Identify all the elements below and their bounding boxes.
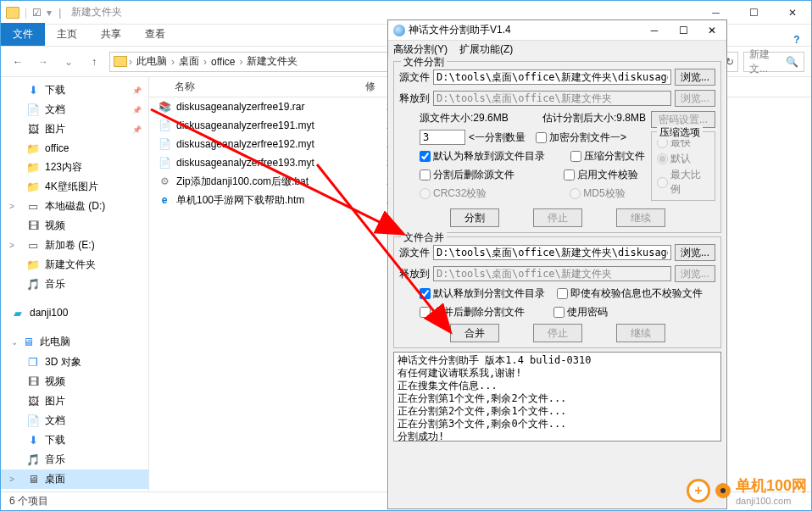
sidebar-item[interactable]: 📁123内容 bbox=[1, 158, 148, 177]
dialog-title: 神话文件分割助手V1.4 bbox=[409, 23, 511, 37]
sidebar-item[interactable]: 🎞视频 bbox=[1, 372, 148, 392]
sidebar-item[interactable]: >🖥桌面 bbox=[1, 469, 148, 489]
watermark: + 单机100网 danji100.com bbox=[687, 475, 807, 506]
expand-icon[interactable]: ⌄ bbox=[11, 337, 18, 347]
sidebar-item[interactable]: ❐3D 对象 bbox=[1, 353, 148, 372]
sidebar[interactable]: ⬇下载📄文档🖼图片📁office📁123内容📁4K壁纸图片>▭本地磁盘 (D:)… bbox=[1, 77, 149, 492]
no-verify-checkbox[interactable] bbox=[557, 288, 568, 299]
merge-default-release-checkbox[interactable] bbox=[420, 288, 431, 299]
help-icon[interactable]: ? bbox=[789, 34, 811, 46]
enable-verify-checkbox[interactable] bbox=[564, 169, 575, 181]
use-password-checkbox[interactable] bbox=[553, 307, 565, 318]
encrypt-checkbox[interactable] bbox=[536, 132, 547, 143]
browse-button[interactable]: 浏览... bbox=[675, 244, 715, 261]
sidebar-item[interactable]: 📄文档 bbox=[1, 100, 148, 119]
item-icon: 🖥 bbox=[26, 473, 40, 486]
expand-icon[interactable]: > bbox=[9, 202, 14, 211]
crumb[interactable]: 桌面 bbox=[176, 54, 202, 69]
log-output: 神话文件分割助手 版本1.4 bulid-0310 有任何建议请联系我,谢谢! … bbox=[393, 352, 721, 442]
sidebar-item[interactable]: ⬇下载 bbox=[1, 430, 148, 450]
maximize-button[interactable]: ☐ bbox=[669, 20, 698, 41]
nav-recent-icon[interactable]: ⌄ bbox=[58, 52, 79, 72]
item-icon: 📁 bbox=[26, 161, 40, 175]
minimize-button[interactable]: ─ bbox=[640, 20, 669, 41]
count-suffix: <一分割数量 bbox=[469, 131, 526, 145]
close-button[interactable]: ✕ bbox=[773, 1, 811, 25]
tab-view[interactable]: 查看 bbox=[133, 23, 177, 46]
crumb[interactable]: 此电脑 bbox=[134, 54, 170, 69]
sidebar-item[interactable]: 🖼图片 bbox=[1, 119, 148, 139]
tab-share[interactable]: 共享 bbox=[89, 23, 133, 46]
col-name[interactable]: 名称 bbox=[149, 80, 365, 94]
merge-button[interactable]: 合并 bbox=[450, 324, 499, 342]
split-count-input[interactable] bbox=[420, 130, 465, 145]
qat-checkbox-icon[interactable]: ☑ bbox=[32, 7, 42, 19]
search-placeholder: 新建文... bbox=[749, 47, 782, 76]
item-icon: ⬇ bbox=[26, 84, 40, 97]
expand-icon[interactable]: > bbox=[9, 241, 14, 250]
crumb[interactable]: office bbox=[209, 56, 237, 68]
sidebar-item[interactable]: 🖼图片 bbox=[1, 392, 148, 411]
item-icon: 🎵 bbox=[26, 278, 40, 292]
sidebar-item[interactable]: 📁4K壁纸图片 bbox=[1, 177, 148, 197]
delete-after-checkbox[interactable] bbox=[420, 169, 431, 181]
sidebar-item[interactable]: 🎞视频 bbox=[1, 216, 148, 236]
sidebar-item[interactable]: 🎵音乐 bbox=[1, 450, 148, 469]
src-label: 源文件 bbox=[399, 246, 430, 260]
watermark-plus-icon: + bbox=[687, 479, 710, 503]
menu-extended[interactable]: 扩展功能(Z) bbox=[459, 42, 513, 57]
item-icon: ❐ bbox=[26, 356, 40, 369]
tab-file[interactable]: 文件 bbox=[1, 23, 45, 46]
sidebar-item[interactable]: >▭本地磁盘 (D:) bbox=[1, 197, 148, 216]
merge-delete-checkbox[interactable] bbox=[420, 307, 431, 318]
expand-icon[interactable]: > bbox=[9, 475, 14, 484]
src-size-label: 源文件大小:29.6MB bbox=[420, 111, 509, 125]
md5-radio bbox=[570, 188, 581, 199]
compress-checkbox[interactable] bbox=[570, 151, 581, 162]
crumb[interactable]: 新建文件夹 bbox=[244, 54, 300, 69]
nav-up-icon[interactable]: ↑ bbox=[84, 52, 104, 72]
browse-button[interactable]: 浏览... bbox=[675, 69, 715, 86]
tab-home[interactable]: 主页 bbox=[45, 23, 89, 46]
qat-dropdown-icon[interactable]: ▾ bbox=[43, 7, 52, 19]
folder-icon bbox=[114, 56, 127, 67]
file-icon: 📄 bbox=[158, 137, 171, 151]
pc-icon: 🖥 bbox=[21, 336, 35, 349]
app-icon bbox=[393, 25, 405, 36]
sidebar-item[interactable]: 📁新建文件夹 bbox=[1, 255, 148, 275]
sidebar-item[interactable]: 📄文档 bbox=[1, 411, 148, 430]
sidebar-danji[interactable]: ▰ danji100 bbox=[1, 303, 148, 323]
split-dialog: 神话文件分割助手V1.4 ─ ☐ ✕ 高级分割(Y) 扩展功能(Z) 文件分割 … bbox=[387, 19, 727, 509]
merge-src-input[interactable] bbox=[433, 245, 671, 260]
menu-advanced[interactable]: 高级分割(Y) bbox=[393, 42, 448, 57]
maximize-button[interactable]: ☐ bbox=[735, 1, 773, 25]
nav-back-icon[interactable]: ← bbox=[8, 52, 28, 72]
nav-forward-icon[interactable]: → bbox=[33, 52, 53, 72]
split-button[interactable]: 分割 bbox=[450, 208, 499, 227]
merge-legend: 文件合并 bbox=[401, 231, 447, 245]
split-dst-input bbox=[433, 91, 671, 106]
item-icon: ▭ bbox=[26, 239, 40, 253]
item-icon: 📁 bbox=[26, 181, 40, 194]
sidebar-item[interactable]: 🎵音乐 bbox=[1, 275, 148, 294]
dst-label: 释放到 bbox=[399, 92, 430, 106]
browse-button: 浏览... bbox=[675, 265, 715, 282]
dialog-titlebar: 神话文件分割助手V1.4 ─ ☐ ✕ bbox=[388, 20, 726, 41]
sidebar-thispc-header[interactable]: ⌄ 🖥 此电脑 bbox=[1, 331, 148, 353]
close-button[interactable]: ✕ bbox=[698, 20, 726, 41]
folder-icon bbox=[6, 7, 19, 19]
split-src-input[interactable] bbox=[433, 69, 671, 85]
window-title: 新建文件夹 bbox=[68, 5, 122, 19]
radio-max bbox=[657, 177, 668, 188]
file-icon: 📄 bbox=[158, 156, 171, 169]
continue-button: 继续 bbox=[616, 324, 665, 342]
merge-dst-input bbox=[433, 266, 671, 281]
search-input[interactable]: 新建文... 🔍 bbox=[743, 52, 804, 72]
default-release-checkbox[interactable] bbox=[420, 151, 431, 162]
sidebar-item[interactable]: >▭新加卷 (E:) bbox=[1, 236, 148, 255]
item-icon: 📁 bbox=[26, 258, 40, 272]
sidebar-item[interactable]: 📁office bbox=[1, 139, 148, 158]
search-icon[interactable]: 🔍 bbox=[786, 56, 798, 68]
item-icon: 🎵 bbox=[26, 453, 40, 467]
sidebar-item[interactable]: ⬇下载 bbox=[1, 81, 148, 100]
